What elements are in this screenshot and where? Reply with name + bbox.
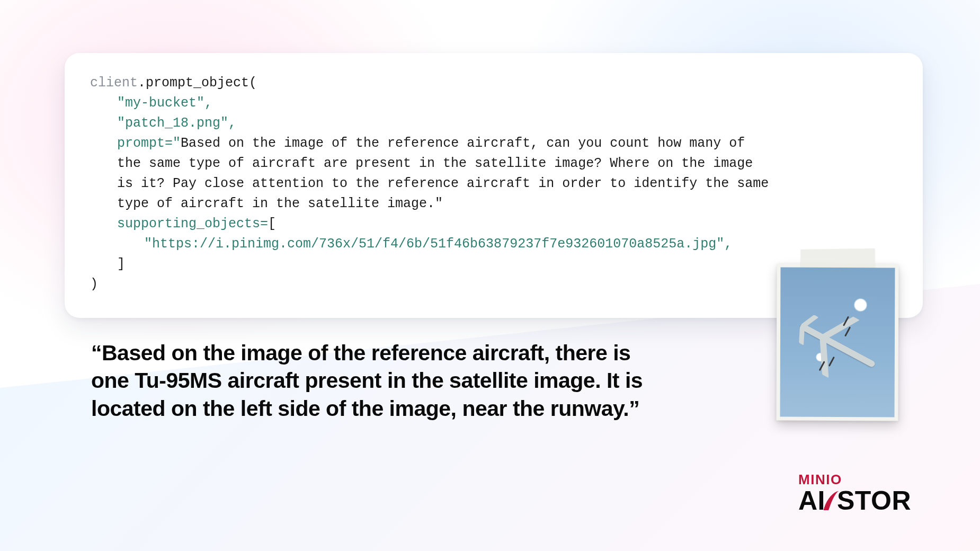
logo-ai: AI	[798, 487, 825, 514]
code-block: client.prompt_object( "my-bucket","patch…	[90, 73, 897, 295]
reference-photo	[776, 264, 898, 421]
code-supporting-open: [	[268, 216, 276, 232]
photo-paper	[776, 264, 898, 421]
result-quote: “Based on the image of the reference air…	[91, 339, 653, 422]
code-supporting-close: ]	[117, 256, 125, 272]
code-arg-file: "patch_18.png",	[117, 115, 236, 131]
code-prompt-l2: the same type of aircraft are present in…	[117, 156, 753, 171]
code-supporting-url: "https://i.pinimg.com/736x/51/f4/6b/51f4…	[144, 236, 732, 252]
aircraft-silhouette-icon	[799, 323, 876, 368]
code-call-close: )	[90, 277, 98, 292]
aircraft-image	[780, 268, 895, 417]
code-arg-bucket: "my-bucket",	[117, 95, 212, 111]
code-prompt-l1: Based on the image of the reference airc…	[181, 136, 745, 151]
swoosh-icon	[826, 491, 836, 510]
logo-aistor: AI STOR	[798, 487, 911, 514]
logo-stor: STOR	[837, 487, 911, 514]
code-prompt-l4: type of aircraft in the satellite image.…	[117, 196, 443, 211]
code-prompt-l3: is it? Pay close attention to the refere…	[117, 176, 769, 191]
code-method: .prompt_object(	[138, 75, 257, 91]
code-prompt-open: "	[173, 136, 181, 151]
tape-icon	[800, 248, 875, 269]
logo-minio: MINIO	[798, 473, 911, 486]
brand-logo: MINIO AI STOR	[798, 473, 911, 514]
code-supporting-kw: supporting_objects=	[117, 216, 268, 232]
code-prompt-kw: prompt=	[117, 136, 173, 151]
code-client-var: client	[90, 75, 138, 91]
